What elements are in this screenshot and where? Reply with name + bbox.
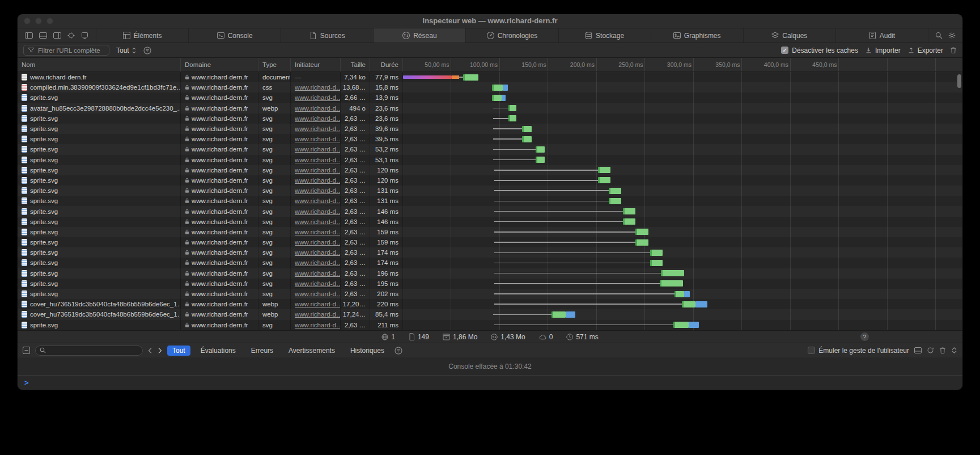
column-header-duree[interactable]: Durée (370, 58, 403, 71)
network-request-row[interactable]: avatar_hu85ecc3e298728880b0bde2dcc4e5c23… (18, 103, 962, 113)
network-request-row[interactable]: sprite.svg www.richard-dern.fr svg www.r… (18, 134, 962, 144)
initiator-link[interactable]: www.richard-d… (295, 94, 341, 101)
tab-chronologies[interactable]: Chronologies (465, 28, 558, 43)
expand-console-icon[interactable] (951, 347, 957, 354)
network-request-row[interactable]: sprite.svg www.richard-dern.fr svg www.r… (18, 320, 962, 330)
clear-console-icon[interactable] (939, 347, 946, 354)
dock-to-side-icon[interactable] (25, 32, 33, 39)
tab-sources[interactable]: Sources (281, 28, 373, 43)
tab-calques[interactable]: Calques (743, 28, 835, 43)
column-header-domaine[interactable]: Domaine (181, 58, 258, 71)
network-request-row[interactable]: sprite.svg www.richard-dern.fr svg www.r… (18, 279, 962, 289)
tab-elements[interactable]: Éléments (96, 28, 188, 43)
console-scope-icon[interactable] (23, 347, 30, 354)
console-tab-historiques[interactable]: Historiques (345, 346, 389, 356)
column-header-taille[interactable]: Taille (341, 58, 370, 71)
console-tab-evaluations[interactable]: Évaluations (196, 346, 241, 356)
dock-to-bottom-icon[interactable] (39, 32, 47, 39)
network-request-row[interactable]: cover_hu736519dc3b5040cfa48b6b559b6de6ec… (18, 299, 962, 309)
initiator-link[interactable]: www.richard-d… (295, 115, 341, 122)
network-request-row[interactable]: cover_hu736519dc3b5040cfa48b6b559b6de6ec… (18, 309, 962, 319)
next-message-icon[interactable] (158, 347, 162, 354)
initiator-link[interactable]: www.richard-d… (295, 229, 341, 235)
network-request-row[interactable]: compiled.min.38390909f303624ed9e1cf1bd3f… (18, 82, 962, 92)
console-tab-avertissements[interactable]: Avertissements (283, 346, 340, 356)
initiator-link[interactable]: www.richard-d… (295, 322, 341, 328)
network-request-row[interactable]: sprite.svg www.richard-dern.fr svg www.r… (18, 237, 962, 247)
initiator-link[interactable]: www.richard-d… (295, 84, 341, 91)
detach-window-icon[interactable] (53, 32, 61, 39)
network-request-row[interactable]: sprite.svg www.richard-dern.fr svg www.r… (18, 124, 962, 134)
initiator-link[interactable]: www.richard-d… (295, 197, 341, 204)
initiator-link[interactable]: www.richard-d… (295, 290, 341, 297)
scope-dropdown[interactable]: Tout (116, 47, 137, 54)
console-search-input[interactable] (35, 346, 143, 356)
initiator-link[interactable]: www.richard-d… (295, 125, 341, 132)
gear-icon[interactable] (948, 32, 956, 39)
request-name: sprite.svg (30, 136, 58, 142)
initiator-link[interactable]: www.richard-d… (295, 311, 341, 318)
initiator-link[interactable]: www.richard-d… (295, 270, 341, 277)
network-request-row[interactable]: sprite.svg www.richard-dern.fr svg www.r… (18, 113, 962, 124)
initiator-link[interactable]: www.richard-d… (295, 239, 341, 246)
initiator-link[interactable]: www.richard-d… (295, 259, 341, 266)
initiator-link[interactable]: www.richard-d… (295, 280, 341, 287)
disable-caches-checkbox[interactable]: Désactiver les caches (781, 47, 858, 54)
initiator-link[interactable]: www.richard-d… (295, 146, 341, 153)
console-filter-icon[interactable] (394, 347, 402, 355)
filter-options-icon[interactable] (143, 47, 151, 54)
previous-message-icon[interactable] (148, 347, 152, 354)
network-request-row[interactable]: sprite.svg www.richard-dern.fr svg www.r… (18, 175, 962, 186)
network-request-row[interactable]: sprite.svg www.richard-dern.fr svg www.r… (18, 196, 962, 206)
network-request-row[interactable]: sprite.svg www.richard-dern.fr svg www.r… (18, 92, 962, 103)
console-tab-erreurs[interactable]: Erreurs (246, 346, 278, 356)
console-drawer-icon[interactable] (914, 347, 922, 354)
minimize-window-button[interactable] (35, 18, 42, 24)
initiator-link[interactable]: www.richard-d… (295, 136, 341, 142)
zoom-window-button[interactable] (46, 18, 53, 24)
tab-audit[interactable]: Audit (835, 28, 928, 43)
refresh-icon[interactable] (927, 347, 934, 354)
tab-graphismes[interactable]: Graphismes (651, 28, 743, 43)
network-request-row[interactable]: sprite.svg www.richard-dern.fr svg www.r… (18, 258, 962, 268)
search-icon[interactable] (935, 32, 943, 39)
network-request-row[interactable]: sprite.svg www.richard-dern.fr svg www.r… (18, 247, 962, 258)
network-request-row[interactable]: sprite.svg www.richard-dern.fr svg www.r… (18, 268, 962, 279)
import-button[interactable]: Importer (865, 47, 901, 54)
tab-stockage[interactable]: Stockage (558, 28, 651, 43)
initiator-link[interactable]: www.richard-d… (295, 187, 341, 194)
network-request-row[interactable]: sprite.svg www.richard-dern.fr svg www.r… (18, 186, 962, 196)
export-button[interactable]: Exporter (907, 47, 943, 54)
tab-console[interactable]: Console (188, 28, 281, 43)
console-tab-tout[interactable]: Tout (167, 346, 190, 356)
network-request-row[interactable]: sprite.svg www.richard-dern.fr svg www.r… (18, 217, 962, 227)
network-request-row[interactable]: sprite.svg www.richard-dern.fr svg www.r… (18, 206, 962, 216)
network-request-row[interactable]: sprite.svg www.richard-dern.fr svg www.r… (18, 227, 962, 237)
network-request-row[interactable]: www.richard-dern.fr www.richard-dern.fr … (18, 72, 962, 82)
initiator-link[interactable]: www.richard-d… (295, 218, 341, 225)
network-request-row[interactable]: sprite.svg www.richard-dern.fr svg www.r… (18, 289, 962, 299)
console-prompt[interactable]: > (18, 375, 962, 390)
initiator-link[interactable]: www.richard-d… (295, 249, 341, 256)
initiator-link[interactable]: www.richard-d… (295, 177, 341, 184)
network-request-row[interactable]: sprite.svg www.richard-dern.fr svg www.r… (18, 165, 962, 175)
url-filter-input[interactable]: Filtrer l'URL complète (23, 45, 109, 56)
network-request-row[interactable]: sprite.svg www.richard-dern.fr svg www.r… (18, 144, 962, 154)
initiator-link[interactable]: www.richard-d… (295, 157, 341, 163)
initiator-link[interactable]: www.richard-d… (295, 167, 341, 174)
vertical-scrollbar[interactable] (957, 74, 961, 88)
network-request-row[interactable]: sprite.svg www.richard-dern.fr svg www.r… (18, 155, 962, 165)
trash-icon[interactable] (950, 47, 957, 54)
element-selector-icon[interactable] (67, 32, 75, 39)
tab-reseau[interactable]: Réseau (373, 28, 465, 43)
close-window-button[interactable] (24, 18, 31, 24)
device-settings-icon[interactable] (81, 32, 88, 39)
column-header-type[interactable]: Type (258, 58, 291, 71)
help-button[interactable]: ? (860, 332, 869, 341)
initiator-link[interactable]: www.richard-d… (295, 208, 341, 215)
column-header-nom[interactable]: Nom (18, 58, 181, 71)
initiator-link[interactable]: www.richard-d… (295, 105, 341, 112)
emulate-user-gesture-checkbox[interactable]: Émuler le geste de l'utilisateur (808, 347, 909, 355)
column-header-initiateur[interactable]: Initiateur (291, 58, 341, 71)
initiator-link[interactable]: www.richard-d… (295, 301, 341, 307)
